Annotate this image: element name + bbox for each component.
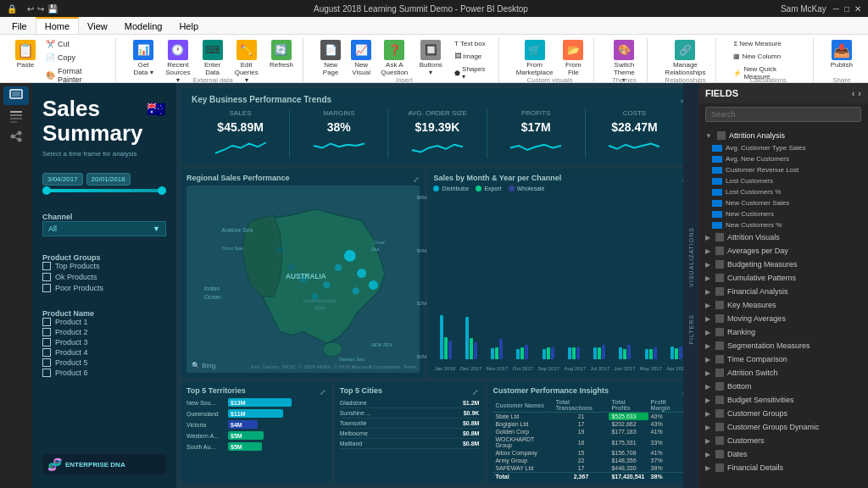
field-item[interactable]: Lost Customers (698, 175, 868, 186)
new-page-button[interactable]: 📄 NewPage (317, 38, 344, 78)
field-group-segmentation-measures[interactable]: ▶ Segmentation Measures (698, 339, 868, 352)
checkbox[interactable] (42, 328, 51, 336)
date-slider[interactable] (42, 189, 166, 192)
field-group-customer-groups-dynamic[interactable]: ▶ Customer Groups Dynamic (698, 420, 868, 434)
checkbox[interactable] (42, 318, 51, 326)
date-from[interactable]: 3/04/2017 (42, 173, 83, 186)
field-group-dates[interactable]: ▶ Dates (698, 447, 868, 461)
manage-relationships-button[interactable]: 🔗 ManageRelationships (661, 38, 709, 78)
field-group-cumulative-patterns[interactable]: ▶ Cumulative Patterns (698, 271, 868, 285)
field-group-budget-sensitivities[interactable]: ▶ Budget Sensitivities (698, 393, 868, 407)
close-icon[interactable]: ✕ (854, 4, 861, 14)
checkbox[interactable] (42, 369, 51, 377)
product-name-item[interactable]: Product 3 (42, 338, 166, 347)
fields-collapse-icon[interactable]: ‹ (852, 88, 855, 98)
save-icon[interactable]: 💾 (47, 4, 58, 14)
new-measure-button[interactable]: ΣNew Measure (730, 38, 805, 49)
tab-file[interactable]: File (3, 19, 36, 34)
paste-button[interactable]: 📋 Paste (12, 38, 39, 70)
visualizations-tab[interactable]: VISUALIZATIONS (688, 222, 694, 292)
window-controls[interactable]: 🔒 (7, 4, 17, 14)
refresh-button[interactable]: 🔄 Refresh (267, 38, 296, 70)
tab-home[interactable]: Home (36, 17, 79, 34)
field-item[interactable]: Lost Customers % (698, 186, 868, 197)
field-group-financial-analysis[interactable]: ▶ Financial Analysis (698, 285, 868, 298)
field-item[interactable]: New Customers % (698, 219, 868, 230)
copy-button[interactable]: 📄Copy (42, 52, 108, 64)
checkbox[interactable] (42, 273, 51, 281)
win-controls[interactable]: ─ □ ✕ (833, 4, 861, 14)
shapes-button[interactable]: ⬟Shapes ▾ (451, 64, 492, 82)
field-group-time-comparison[interactable]: ▶ Time Comparison (698, 352, 868, 366)
field-item[interactable]: Avg. New Customers (698, 153, 868, 164)
get-data-icon: 📊 (133, 40, 153, 60)
field-group-attrition-switch[interactable]: ▶ Attrition Switch (698, 366, 868, 380)
slider-thumb-left[interactable] (42, 186, 51, 195)
recent-sources-button[interactable]: 🕐 RecentSources ▾ (160, 38, 195, 86)
field-item[interactable]: Avg. Customer Type Sales (698, 142, 868, 153)
bar-wholesale (576, 347, 580, 359)
product-group-item[interactable]: Poor Products (42, 284, 166, 292)
image-button[interactable]: 🖼Image (451, 51, 492, 62)
report-view-icon[interactable] (3, 86, 29, 105)
fields-search-input[interactable] (705, 107, 861, 122)
redo-icon[interactable]: ↪ (37, 4, 44, 14)
new-column-button[interactable]: ▦New Column (730, 51, 805, 62)
slider-thumb-right[interactable] (158, 186, 166, 195)
territories-expand-icon[interactable]: ⤢ (320, 388, 326, 396)
field-group-averages-per-day[interactable]: ▶ Averages per Day (698, 244, 868, 258)
field-group-customers[interactable]: ▶ Customers (698, 434, 868, 447)
field-item[interactable]: New Customers (698, 208, 868, 219)
product-name-item[interactable]: Product 1 (42, 318, 166, 326)
regional-expand-icon[interactable]: ⤢ (413, 175, 420, 184)
filters-tab[interactable]: FILTERS (688, 309, 694, 349)
text-box-button[interactable]: TText box (451, 38, 492, 49)
field-group-ranking[interactable]: ▶ Ranking (698, 325, 868, 339)
date-to[interactable]: 20/01/2018 (86, 173, 131, 186)
checkbox[interactable] (42, 348, 51, 357)
field-group-moving-averages[interactable]: ▶ Moving Averages (698, 312, 868, 325)
field-group-bottom[interactable]: ▶ Bottom (698, 380, 868, 393)
from-marketplace-button[interactable]: 🛒 FromMarketplace (513, 38, 557, 78)
product-name-item[interactable]: Product 2 (42, 328, 166, 336)
checkbox[interactable] (42, 338, 51, 347)
cut-button[interactable]: ✂️Cut (42, 38, 108, 50)
checkbox[interactable] (42, 262, 51, 270)
field-item[interactable]: New Customer Sales (698, 197, 868, 208)
publish-button[interactable]: 📤 Publish (827, 38, 856, 70)
fields-expand-icon[interactable]: › (858, 88, 861, 98)
field-group-key-measures[interactable]: ▶ Key Measures (698, 298, 868, 312)
edit-queries-button[interactable]: ✏️ EditQueries ▾ (230, 38, 264, 86)
field-group-attrition-analysis[interactable]: ▼ Attrition Analysis (698, 129, 868, 142)
data-view-icon[interactable] (3, 107, 29, 125)
channel-dropdown[interactable]: All ▼ (42, 221, 166, 236)
minimize-icon[interactable]: ─ (833, 4, 839, 14)
field-group-attrition-visuals[interactable]: ▶ Attrition Visuals (698, 230, 868, 244)
field-item[interactable]: Customer Revenue Lost (698, 164, 868, 175)
buttons-button[interactable]: 🔲 Buttons ▾ (414, 38, 448, 78)
fields-header: FIELDS ‹ › (698, 83, 868, 103)
model-view-icon[interactable] (3, 127, 29, 146)
cities-expand-icon[interactable]: ⤢ (472, 388, 479, 396)
maximize-icon[interactable]: □ (844, 4, 849, 14)
new-visual-button[interactable]: 📈 NewVisual (348, 38, 375, 78)
product-name-item[interactable]: Product 4 (42, 348, 166, 357)
tab-view[interactable]: View (79, 19, 116, 34)
checkbox[interactable] (42, 358, 51, 367)
enter-data-button[interactable]: ⌨ EnterData (199, 38, 226, 78)
bar-distributor (593, 347, 597, 359)
product-group-item[interactable]: Top Products (42, 262, 166, 270)
tab-modeling[interactable]: Modeling (116, 19, 171, 34)
field-group-financial-details[interactable]: ▶ Financial Details (698, 461, 868, 474)
product-name-item[interactable]: Product 5 (42, 358, 166, 367)
ask-question-button[interactable]: ❓ Ask AQuestion (378, 38, 410, 78)
get-data-button[interactable]: 📊 GetData ▾ (130, 38, 157, 78)
field-group-budgeting-measures[interactable]: ▶ Budgeting Measures (698, 258, 868, 271)
product-group-item[interactable]: Ok Products (42, 273, 166, 281)
from-file-button[interactable]: 📂 FromFile (559, 38, 587, 78)
undo-icon[interactable]: ↩ (27, 4, 34, 14)
field-group-customer-groups[interactable]: ▶ Customer Groups (698, 407, 868, 420)
checkbox[interactable] (42, 284, 51, 292)
product-name-item[interactable]: Product 6 (42, 369, 166, 377)
tab-help[interactable]: Help (170, 19, 207, 34)
